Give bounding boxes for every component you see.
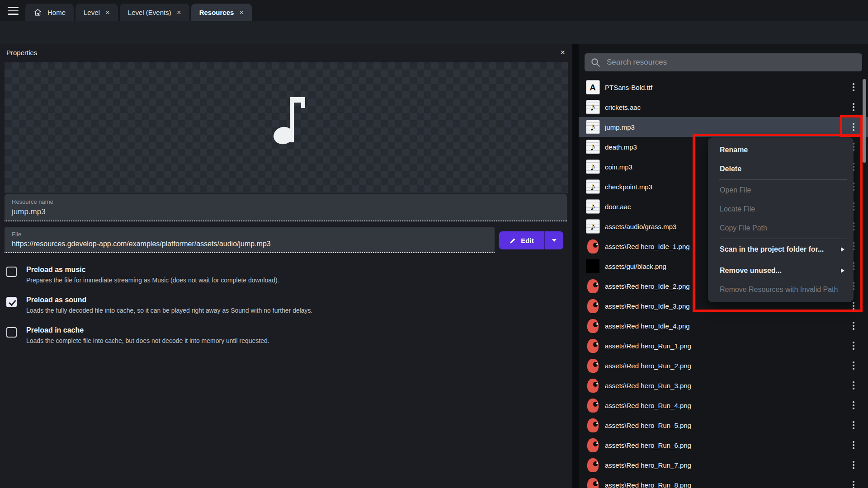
context-menu-item: Locate File	[708, 200, 854, 219]
resource-options-icon[interactable]	[849, 122, 858, 132]
checkbox[interactable]	[6, 297, 17, 307]
resource-name-value: jump.mp3	[12, 207, 560, 216]
search-input[interactable]: Search resources	[585, 53, 862, 71]
resource-type-icon	[585, 338, 600, 353]
resource-name-label: Resource name	[12, 198, 560, 205]
resource-type-icon	[585, 239, 600, 254]
context-menu-item[interactable]: Remove unused...	[708, 261, 854, 280]
resource-name: jump.mp3	[605, 123, 635, 131]
resource-options-icon[interactable]	[849, 420, 858, 430]
context-menu-item-label: Remove Resources with Invalid Path	[720, 286, 838, 294]
resource-options-icon[interactable]	[849, 301, 858, 311]
close-icon[interactable]: ×	[560, 47, 565, 57]
resource-options-icon[interactable]	[849, 361, 858, 371]
resource-list-item[interactable]: assets\Red hero_Run_6.png	[579, 435, 868, 455]
resource-name: assets/gui/black.png	[605, 263, 666, 270]
resource-name: assets\Red hero_Run_6.png	[605, 441, 691, 449]
checkbox-label: Preload in cache	[26, 326, 549, 334]
resource-name: coin.mp3	[605, 163, 632, 171]
resource-list-item[interactable]: assets\Red hero_Run_1.png	[579, 336, 868, 356]
tab-label: Resources	[199, 9, 234, 16]
resource-options-icon[interactable]	[849, 460, 858, 470]
tab-label: Home	[47, 9, 66, 16]
checkbox[interactable]	[6, 327, 17, 338]
context-menu-item[interactable]: Rename	[708, 141, 854, 160]
resource-type-icon: ♪	[585, 159, 600, 174]
checkbox-description: Loads the complete file into cache, but …	[26, 337, 549, 344]
resource-preview-area	[5, 62, 568, 193]
red-hero-sprite-icon	[587, 418, 599, 432]
preload-option-row: Preload in cache Loads the complete file…	[6, 326, 549, 344]
submenu-arrow-icon	[841, 247, 844, 252]
resource-type-icon	[585, 437, 600, 453]
close-icon[interactable]: ×	[105, 9, 110, 16]
resource-options-icon[interactable]	[849, 480, 858, 488]
resource-list-item[interactable]: assets\Red hero_Run_3.png	[579, 375, 868, 395]
edit-button[interactable]: Edit	[499, 231, 544, 249]
resource-name: assets\Red hero_Idle_1.png	[605, 243, 690, 250]
resource-name: assets/audio/grass.mp3	[605, 223, 676, 230]
close-icon[interactable]: ×	[239, 9, 244, 16]
resource-options-icon[interactable]	[849, 102, 858, 112]
resource-name: assets\Red hero_Run_5.png	[605, 422, 691, 429]
resource-list-item[interactable]: assets\Red hero_Run_7.png	[579, 455, 868, 475]
edit-options-dropdown[interactable]	[544, 231, 563, 249]
resource-options-icon[interactable]	[849, 82, 858, 92]
resource-list-item[interactable]: assets\Red hero_Idle_4.png	[579, 316, 868, 336]
resource-options-icon[interactable]	[849, 400, 858, 410]
resource-name: assets\Red hero_Run_3.png	[605, 382, 691, 389]
menu-divider	[719, 239, 847, 239]
context-menu-item-label: Copy File Path	[720, 224, 767, 232]
resource-list-item[interactable]: assets\Red hero_Run_4.png	[579, 395, 868, 415]
resource-name: PTSans-Bold.ttf	[605, 84, 652, 91]
resource-options-icon[interactable]	[849, 440, 858, 450]
resource-list-item[interactable]: ♪ crickets.aac	[579, 97, 868, 117]
resource-options-icon[interactable]	[849, 341, 858, 351]
resource-list-item[interactable]: assets\Red hero_Run_8.png	[579, 475, 868, 488]
context-menu-item[interactable]: Delete	[708, 160, 854, 178]
context-menu-item-label: Rename	[720, 146, 748, 154]
pencil-icon	[509, 237, 517, 244]
resource-list-item[interactable]: assets\Red hero_Run_5.png	[579, 415, 868, 435]
toolbar: Preview Publish	[0, 21, 868, 44]
tab-resources[interactable]: Resources ×	[191, 4, 252, 21]
resource-list-item[interactable]: A PTSans-Bold.ttf	[579, 77, 868, 97]
checkbox[interactable]	[6, 267, 17, 277]
resource-list-item[interactable]: assets\Red hero_Run_2.png	[579, 356, 868, 375]
close-icon[interactable]: ×	[177, 9, 181, 16]
tab-level[interactable]: Level ×	[75, 4, 118, 21]
context-menu-item-label: Remove unused...	[720, 267, 782, 275]
resource-type-icon	[585, 278, 600, 294]
tab-level-events-[interactable]: Level (Events) ×	[120, 4, 189, 21]
file-field[interactable]: File https://resources.gdevelop-app.com/…	[5, 227, 495, 253]
tab-bar: Home Level × Level (Events) × Resources …	[0, 0, 868, 21]
context-menu-item: Remove Resources with Invalid Path	[708, 280, 854, 299]
tab-home[interactable]: Home	[25, 4, 74, 21]
music-note-icon	[274, 92, 314, 150]
home-icon	[33, 8, 42, 17]
resource-options-icon[interactable]	[849, 321, 858, 331]
main-menu-icon[interactable]	[5, 4, 22, 18]
tab-label: Level	[84, 9, 100, 16]
resource-list-scrollbar[interactable]	[863, 79, 866, 163]
resource-type-icon	[585, 477, 600, 488]
resource-options-icon[interactable]	[849, 380, 858, 390]
resource-type-icon	[585, 258, 600, 274]
properties-panel: Properties × Resource name jump.mp3 File…	[0, 44, 572, 488]
checkbox-label: Preload as music	[26, 266, 549, 274]
checkbox-description: Prepares the file for immediate streamin…	[26, 277, 549, 284]
resource-type-icon	[585, 358, 600, 373]
resource-type-icon	[585, 398, 600, 413]
chevron-down-icon	[552, 239, 557, 242]
properties-header: Properties ×	[0, 44, 572, 62]
resource-type-icon: A	[585, 80, 600, 95]
context-menu-item[interactable]: Scan in the project folder for...	[708, 240, 854, 259]
resource-list-item[interactable]: ♪ jump.mp3	[579, 117, 868, 137]
resource-type-icon: ♪	[585, 179, 600, 194]
resource-name: assets\Red hero_Run_4.png	[605, 402, 691, 409]
context-menu-item-label: Open File	[720, 186, 751, 194]
edit-button-label: Edit	[521, 237, 533, 244]
resource-name: assets\Red hero_Run_2.png	[605, 362, 691, 370]
resource-name-field[interactable]: Resource name jump.mp3	[5, 194, 567, 221]
search-placeholder: Search resources	[607, 58, 667, 67]
